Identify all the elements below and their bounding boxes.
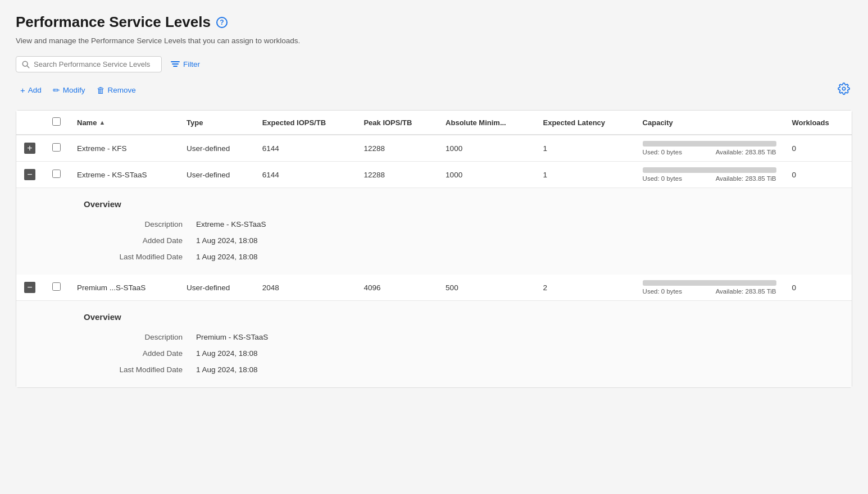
workloads-cell: 0 [784,162,852,188]
svg-line-1 [27,66,29,68]
detail-section-title: Overview [84,199,818,209]
capacity-used: Used: 0 bytes [643,175,682,182]
col-expected-iops-header: Expected IOPS/TB [255,111,356,135]
sort-icon: ▲ [99,119,105,126]
table-row: − Premium ...S-STaaS User-defined 2048 4… [16,275,852,301]
added-date-value: 1 Aug 2024, 18:08 [196,349,421,358]
filter-button[interactable]: Filter [169,57,202,72]
col-expand-header [16,111,43,135]
expected-latency-cell: 1 [535,135,634,162]
added-date-label: Added Date [84,236,196,245]
peak-iops-cell: 4096 [356,275,438,301]
col-workloads-header: Workloads [784,111,852,135]
data-table: Name ▲ Type Expected IOPS/TB Peak IOPS/T… [16,110,852,388]
description-value: Extreme - KS-STaaS [196,220,421,228]
name-cell: Extreme - KS-STaaS [69,162,179,188]
remove-icon: 🗑 [97,85,105,95]
workloads-cell: 0 [784,275,852,301]
peak-iops-cell: 12288 [356,135,438,162]
col-capacity-header: Capacity [635,111,784,135]
capacity-available: Available: 283.85 TiB [716,175,776,182]
detail-grid: Description Extreme - KS-STaaS Added Dat… [84,220,421,261]
detail-cell: Overview Description Premium - KS-STaaS … [16,301,852,388]
capacity-available: Available: 283.85 TiB [716,288,776,295]
capacity-cell: Used: 0 bytes Available: 283.85 TiB [635,275,784,301]
expand-button[interactable]: − [24,169,35,180]
select-all-checkbox[interactable] [52,117,61,126]
checkbox-cell [43,162,69,188]
col-absolute-min-header: Absolute Minim... [438,111,535,135]
page-subtitle: View and manage the Performance Service … [16,36,852,45]
gear-icon [838,83,850,95]
modify-label: Modify [63,86,85,94]
expected-iops-cell: 6144 [255,162,356,188]
help-icon[interactable]: ? [216,17,228,28]
name-cell: Extreme - KFS [69,135,179,162]
col-peak-iops-header: Peak IOPS/TB [356,111,438,135]
settings-button[interactable] [835,80,852,100]
table-row: + Extreme - KFS User-defined 6144 12288 … [16,135,852,162]
row-checkbox[interactable] [52,282,61,291]
type-cell: User-defined [179,135,255,162]
row-checkbox[interactable] [52,143,61,152]
page-title: Performance Service Levels ? [16,13,852,31]
remove-button[interactable]: 🗑 Remove [92,83,140,98]
expected-latency-cell: 1 [535,162,634,188]
name-cell: Premium ...S-STaaS [69,275,179,301]
col-name-header: Name ▲ [69,111,179,135]
type-cell: User-defined [179,275,255,301]
checkbox-cell [43,135,69,162]
modify-button[interactable]: ✏ Modify [48,83,90,98]
search-icon [22,61,30,68]
remove-label: Remove [108,86,136,94]
modify-icon: ✏ [53,85,60,95]
checkbox-cell [43,275,69,301]
last-modified-value: 1 Aug 2024, 18:08 [196,253,421,261]
table-header-row: Name ▲ Type Expected IOPS/TB Peak IOPS/T… [16,111,852,135]
detail-grid: Description Premium - KS-STaaS Added Dat… [84,333,421,374]
filter-label: Filter [183,60,200,68]
capacity-used: Used: 0 bytes [643,288,682,295]
expected-iops-cell: 6144 [255,135,356,162]
added-date-value: 1 Aug 2024, 18:08 [196,236,421,245]
row-checkbox[interactable] [52,170,61,178]
expand-button[interactable]: − [24,282,35,293]
col-type-header: Type [179,111,255,135]
workloads-cell: 0 [784,135,852,162]
capacity-available: Available: 283.85 TiB [716,149,776,155]
description-value: Premium - KS-STaaS [196,333,421,341]
description-label: Description [84,333,196,341]
type-cell: User-defined [179,162,255,188]
add-button[interactable]: + Add [16,83,46,98]
action-bar: + Add ✏ Modify 🗑 Remove [16,80,852,100]
table-row: − Extreme - KS-STaaS User-defined 6144 1… [16,162,852,188]
expand-cell: − [16,162,43,188]
last-modified-value: 1 Aug 2024, 18:08 [196,365,421,374]
add-label: Add [28,86,42,94]
last-modified-label: Last Modified Date [84,365,196,374]
col-expected-latency-header: Expected Latency [535,111,634,135]
col-checkbox-header [43,111,69,135]
added-date-label: Added Date [84,349,196,358]
detail-row: Overview Description Extreme - KS-STaaS … [16,188,852,275]
capacity-used: Used: 0 bytes [643,149,682,155]
search-toolbar: Filter [16,56,852,72]
peak-iops-cell: 12288 [356,162,438,188]
expand-cell: + [16,135,43,162]
detail-cell: Overview Description Extreme - KS-STaaS … [16,188,852,275]
filter-icon [171,61,180,68]
expected-latency-cell: 2 [535,275,634,301]
detail-row: Overview Description Premium - KS-STaaS … [16,301,852,388]
last-modified-label: Last Modified Date [84,253,196,261]
description-label: Description [84,220,196,228]
expand-button[interactable]: + [24,143,35,154]
absolute-min-cell: 1000 [438,162,535,188]
capacity-cell: Used: 0 bytes Available: 283.85 TiB [635,162,784,188]
absolute-min-cell: 500 [438,275,535,301]
search-box [16,56,162,72]
search-input[interactable] [34,60,156,68]
capacity-cell: Used: 0 bytes Available: 283.85 TiB [635,135,784,162]
add-icon: + [20,85,25,95]
expected-iops-cell: 2048 [255,275,356,301]
absolute-min-cell: 1000 [438,135,535,162]
